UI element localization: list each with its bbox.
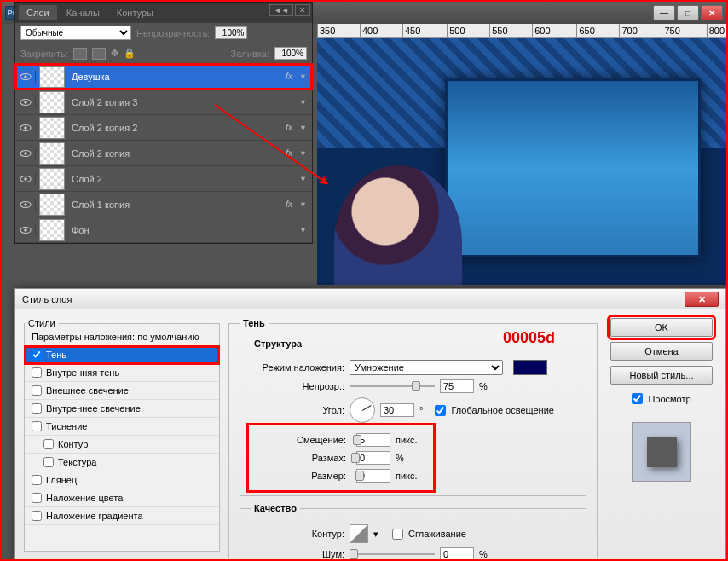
shadow-legend: Тень bbox=[240, 318, 269, 328]
dialog-title-bar[interactable]: Стиль слоя ✕ bbox=[15, 289, 725, 309]
fx-badge[interactable]: fx bbox=[286, 123, 294, 132]
contour-dropdown-icon[interactable]: ▾ bbox=[373, 529, 378, 540]
layer-name: Слой 1 копия bbox=[68, 200, 286, 210]
document-canvas[interactable] bbox=[317, 38, 726, 285]
chevron-down-icon[interactable]: ▼ bbox=[294, 98, 312, 107]
visibility-icon[interactable] bbox=[15, 147, 36, 159]
bevel-checkbox[interactable] bbox=[32, 421, 42, 431]
visibility-icon[interactable] bbox=[15, 71, 36, 83]
visibility-icon[interactable] bbox=[15, 224, 36, 236]
noise-label: Шум: bbox=[251, 549, 344, 559]
layer-row[interactable]: Слой 2 копия 2fx▼ bbox=[15, 115, 312, 141]
angle-input[interactable] bbox=[380, 403, 414, 417]
opacity-slider[interactable] bbox=[350, 380, 435, 392]
opacity-input[interactable] bbox=[440, 379, 474, 393]
panel-close-icon[interactable]: ✕ bbox=[295, 4, 310, 16]
contour-thumbnail[interactable] bbox=[350, 524, 368, 543]
close-button[interactable]: ✕ bbox=[701, 5, 723, 20]
new-style-button[interactable]: Новый стиль... bbox=[610, 366, 713, 385]
layer-thumbnail bbox=[39, 66, 65, 88]
layer-row[interactable]: Слой 1 копияfx▼ bbox=[15, 192, 312, 217]
global-light-checkbox[interactable] bbox=[435, 405, 446, 416]
fx-badge[interactable]: fx bbox=[286, 200, 294, 209]
layers-list: Девушкаfx▼Слой 2 копия 3▼Слой 2 копия 2f… bbox=[15, 64, 312, 243]
style-satin[interactable]: Глянец bbox=[25, 471, 219, 489]
chevron-down-icon[interactable]: ▼ bbox=[294, 72, 312, 81]
maximize-button[interactable]: □ bbox=[677, 5, 699, 20]
dialog-close-button[interactable]: ✕ bbox=[685, 292, 719, 307]
style-color-overlay[interactable]: Наложение цвета bbox=[25, 489, 219, 507]
minimize-button[interactable]: — bbox=[653, 5, 675, 20]
fill-value[interactable]: 100% bbox=[274, 47, 307, 60]
lock-position-icon[interactable]: ✥ bbox=[111, 48, 118, 59]
tab-paths[interactable]: Контуры bbox=[109, 5, 161, 20]
preview-checkbox[interactable] bbox=[632, 393, 643, 404]
svg-point-7 bbox=[24, 152, 27, 155]
canvas-person-layer bbox=[334, 165, 462, 285]
tab-channels[interactable]: Каналы bbox=[59, 5, 107, 20]
blend-mode-select[interactable]: Обычные bbox=[20, 26, 131, 40]
style-bevel[interactable]: Тиснение bbox=[25, 418, 219, 436]
ok-button[interactable]: OK bbox=[610, 318, 713, 337]
canvas-photo-layer bbox=[445, 78, 701, 257]
preview-label: Просмотр bbox=[648, 394, 690, 404]
structure-fieldset: Структура Режим наложения: Умножение Неп… bbox=[240, 338, 586, 496]
chevron-down-icon[interactable]: ▼ bbox=[294, 226, 312, 234]
layers-panel: Слои Каналы Контуры ◄◄✕ Обычные Непрозра… bbox=[14, 2, 313, 244]
antialias-checkbox[interactable] bbox=[392, 529, 403, 540]
lock-transparent-icon[interactable] bbox=[73, 48, 87, 60]
drop-shadow-checkbox[interactable] bbox=[32, 350, 42, 360]
tab-layers[interactable]: Слои bbox=[19, 5, 57, 20]
layer-row[interactable]: Фон▼ bbox=[15, 217, 312, 243]
spread-input[interactable] bbox=[356, 451, 390, 465]
layer-thumbnail bbox=[39, 117, 65, 139]
chevron-down-icon[interactable]: ▼ bbox=[294, 124, 312, 132]
layer-name: Слой 2 bbox=[68, 174, 294, 184]
style-inner-glow[interactable]: Внутреннее свечение bbox=[25, 400, 219, 418]
opacity-label: Непрозрачность: bbox=[136, 28, 210, 38]
fx-badge[interactable]: fx bbox=[286, 72, 294, 81]
style-inner-shadow[interactable]: Внутренняя тень bbox=[25, 364, 219, 382]
noise-input[interactable] bbox=[440, 547, 474, 561]
outer-glow-checkbox[interactable] bbox=[32, 385, 42, 396]
gradient-overlay-checkbox[interactable] bbox=[32, 511, 42, 521]
global-light-label: Глобальное освещение bbox=[451, 405, 554, 415]
opacity-value[interactable]: 100% bbox=[215, 26, 247, 39]
layer-row[interactable]: Слой 2▼ bbox=[15, 166, 312, 192]
visibility-icon[interactable] bbox=[15, 96, 36, 108]
noise-slider[interactable] bbox=[350, 548, 435, 560]
panel-menu-icon[interactable]: ◄◄ bbox=[269, 4, 293, 16]
layer-name: Слой 2 копия bbox=[68, 148, 286, 159]
satin-checkbox[interactable] bbox=[32, 475, 42, 485]
style-blending-options[interactable]: Параметры наложения: по умолчанию bbox=[25, 328, 219, 346]
distance-input[interactable] bbox=[356, 433, 390, 447]
annotation-color-code: 00005d bbox=[503, 329, 555, 347]
color-overlay-checkbox[interactable] bbox=[32, 493, 42, 503]
shadow-blend-select[interactable]: Умножение bbox=[350, 360, 503, 375]
style-outer-glow[interactable]: Внешнее свечение bbox=[25, 382, 219, 400]
visibility-icon[interactable] bbox=[15, 173, 36, 185]
visibility-icon[interactable] bbox=[15, 122, 36, 134]
style-drop-shadow[interactable]: Тень bbox=[25, 346, 219, 364]
cancel-button[interactable]: Отмена bbox=[610, 342, 713, 361]
style-contour[interactable]: Контур bbox=[25, 436, 219, 454]
contour-checkbox[interactable] bbox=[43, 439, 54, 449]
layer-row[interactable]: Слой 2 копияfx▼ bbox=[15, 141, 312, 166]
lock-all-icon[interactable]: 🔒 bbox=[124, 48, 136, 59]
shadow-color-swatch[interactable] bbox=[513, 360, 547, 375]
chevron-down-icon[interactable]: ▼ bbox=[294, 175, 312, 183]
lock-pixels-icon[interactable] bbox=[92, 48, 106, 60]
svg-point-13 bbox=[24, 228, 27, 232]
layer-row[interactable]: Слой 2 копия 3▼ bbox=[15, 90, 312, 115]
chevron-down-icon[interactable]: ▼ bbox=[294, 149, 312, 158]
inner-shadow-checkbox[interactable] bbox=[32, 367, 42, 378]
style-gradient-overlay[interactable]: Наложение градиента bbox=[25, 507, 219, 525]
visibility-icon[interactable] bbox=[15, 199, 36, 211]
layer-row[interactable]: Девушкаfx▼ bbox=[15, 64, 312, 90]
angle-dial[interactable] bbox=[350, 397, 375, 423]
style-texture[interactable]: Текстура bbox=[25, 454, 219, 471]
inner-glow-checkbox[interactable] bbox=[32, 403, 42, 414]
chevron-down-icon[interactable]: ▼ bbox=[294, 200, 312, 209]
layer-thumbnail bbox=[39, 142, 65, 165]
texture-checkbox[interactable] bbox=[43, 457, 54, 467]
